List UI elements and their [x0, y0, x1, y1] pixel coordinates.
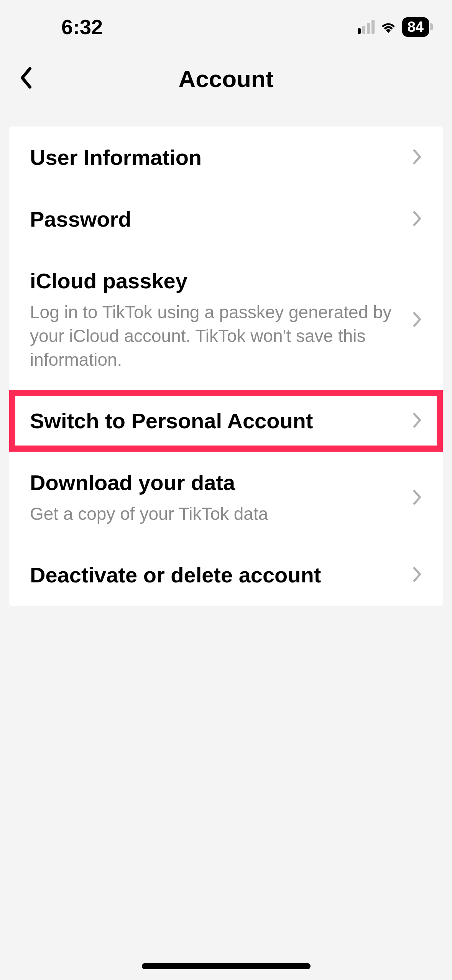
list-item-deactivate-delete[interactable]: Deactivate or delete account [9, 544, 443, 606]
list-item-title: iCloud passkey [30, 268, 412, 293]
list-item-title: Deactivate or delete account [30, 562, 412, 587]
battery-indicator: 84 [402, 17, 429, 37]
chevron-right-icon [412, 489, 422, 506]
list-item-subtitle: Log in to TikTok using a passkey generat… [30, 300, 412, 372]
home-indicator[interactable] [142, 963, 311, 969]
disclosure-indicator [412, 210, 422, 229]
page-title: Account [179, 65, 274, 92]
chevron-right-icon [412, 412, 422, 429]
status-bar: 6:32 84 [0, 0, 452, 50]
chevron-left-icon [18, 66, 34, 89]
chevron-right-icon [412, 311, 422, 328]
list-item-user-information[interactable]: User Information [9, 127, 443, 188]
chevron-right-icon [412, 566, 422, 583]
disclosure-indicator [412, 566, 422, 584]
list-item-switch-personal-account[interactable]: Switch to Personal Account [9, 390, 443, 452]
list-item-download-data[interactable]: Download your dataGet a copy of your Tik… [9, 452, 443, 544]
cellular-signal-icon [358, 20, 375, 34]
list-item-title: Download your data [30, 470, 412, 495]
settings-list: User InformationPasswordiCloud passkeyLo… [9, 127, 443, 606]
list-item-icloud-passkey[interactable]: iCloud passkeyLog in to TikTok using a p… [9, 250, 443, 390]
status-indicators: 84 [358, 17, 429, 37]
wifi-icon [380, 19, 397, 35]
disclosure-indicator [412, 412, 422, 430]
disclosure-indicator [412, 489, 422, 507]
disclosure-indicator [412, 148, 422, 167]
chevron-right-icon [412, 148, 422, 165]
list-item-title: User Information [30, 145, 412, 170]
list-item-password[interactable]: Password [9, 188, 443, 250]
status-time: 6:32 [61, 15, 103, 39]
disclosure-indicator [412, 311, 422, 329]
list-item-title: Password [30, 207, 412, 232]
chevron-right-icon [412, 210, 422, 227]
back-button[interactable] [18, 66, 34, 91]
list-item-title: Switch to Personal Account [30, 408, 412, 433]
list-item-subtitle: Get a copy of your TikTok data [30, 502, 412, 526]
nav-header: Account [0, 50, 452, 107]
